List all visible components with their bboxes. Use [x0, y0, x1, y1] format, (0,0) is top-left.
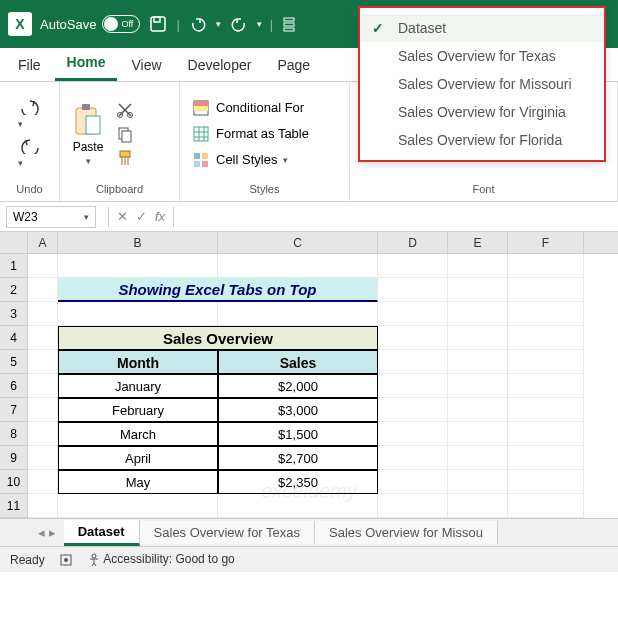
spreadsheet-grid[interactable]: A B C D E F 1 2Showing Excel Tabs on Top… [0, 232, 618, 518]
row-header[interactable]: 4 [0, 326, 28, 350]
row-header[interactable]: 7 [0, 398, 28, 422]
dropdown-item[interactable]: Dataset [360, 14, 604, 42]
table-cell[interactable]: May [58, 470, 218, 494]
format-painter-icon[interactable] [116, 149, 134, 167]
table-cell[interactable]: February [58, 398, 218, 422]
qat-separator: | [270, 17, 273, 32]
svg-rect-15 [194, 106, 208, 111]
table-cell[interactable]: $2,000 [218, 374, 378, 398]
row-header[interactable]: 9 [0, 446, 28, 470]
cell-styles-button[interactable]: Cell Styles▾ [188, 149, 292, 171]
dropdown-item[interactable]: Sales Overview for Texas [360, 42, 604, 70]
col-header[interactable]: A [28, 232, 58, 253]
svg-rect-16 [194, 127, 208, 141]
svg-rect-20 [202, 161, 208, 167]
group-label-font: Font [358, 181, 609, 197]
svg-point-27 [92, 554, 96, 558]
formula-bar[interactable]: ✕ ✓ fx [102, 207, 618, 227]
toggle-knob [104, 17, 118, 31]
macro-record-icon[interactable] [59, 553, 73, 567]
sheet-tab[interactable]: Sales Overview for Missou [315, 521, 498, 544]
svg-rect-7 [86, 116, 100, 134]
undo-icon[interactable] [188, 14, 208, 34]
svg-rect-14 [194, 101, 208, 106]
dropdown-item[interactable]: Sales Overview for Virginia [360, 98, 604, 126]
table-cell[interactable]: March [58, 422, 218, 446]
sheets-dropdown: Dataset Sales Overview for Texas Sales O… [358, 6, 606, 162]
svg-rect-19 [194, 161, 200, 167]
cond-fmt-label: Conditional For [216, 100, 304, 115]
table-header[interactable]: Sales [218, 350, 378, 374]
row-header[interactable]: 11 [0, 494, 28, 518]
svg-rect-11 [122, 131, 131, 142]
chevron-down-icon[interactable]: ▾ [84, 212, 89, 222]
chevron-down-icon[interactable]: ▾ [86, 156, 91, 166]
sheet-title[interactable]: Showing Excel Tabs on Top [58, 278, 378, 302]
dropdown-item[interactable]: Sales Overview for Missouri [360, 70, 604, 98]
tab-page[interactable]: Page [265, 49, 322, 81]
row-header[interactable]: 5 [0, 350, 28, 374]
chevron-down-icon[interactable]: ▾ [216, 19, 221, 29]
row-header[interactable]: 3 [0, 302, 28, 326]
ribbon-group-styles: Conditional For Format as Table Cell Sty… [180, 82, 350, 201]
table-cell[interactable]: April [58, 446, 218, 470]
chevron-down-icon[interactable]: ▾ [257, 19, 262, 29]
table-header[interactable]: Month [58, 350, 218, 374]
toggle-state: Off [121, 19, 133, 29]
ribbon-group-clipboard: Paste ▾ Clipboard [60, 82, 180, 201]
redo-button[interactable]: ▾ [18, 138, 42, 169]
table-title[interactable]: Sales Overview [58, 326, 378, 350]
row-header[interactable]: 6 [0, 374, 28, 398]
tab-file[interactable]: File [6, 49, 53, 81]
sheet-tab-dataset[interactable]: Dataset [64, 520, 140, 546]
paste-button[interactable]: Paste ▾ [68, 98, 108, 170]
paste-label: Paste [73, 140, 104, 154]
sheet-tab[interactable]: Sales Overview for Texas [140, 521, 315, 544]
col-header[interactable]: E [448, 232, 508, 253]
dropdown-item[interactable]: Sales Overview for Florida [360, 126, 604, 154]
accessibility-status[interactable]: Accessibility: Good to go [87, 552, 235, 567]
format-as-table-button[interactable]: Format as Table [188, 123, 313, 145]
name-box[interactable]: W23 ▾ [6, 206, 96, 228]
conditional-formatting-button[interactable]: Conditional For [188, 97, 308, 119]
col-header[interactable]: F [508, 232, 584, 253]
col-header[interactable]: C [218, 232, 378, 253]
svg-rect-18 [202, 153, 208, 159]
svg-rect-12 [120, 151, 130, 157]
fmt-table-label: Format as Table [216, 126, 309, 141]
row-header[interactable]: 1 [0, 254, 28, 278]
sheets-list-icon[interactable] [281, 14, 301, 34]
redo-icon[interactable] [229, 14, 249, 34]
fx-label: fx [155, 209, 165, 224]
col-header[interactable]: D [378, 232, 448, 253]
tab-view[interactable]: View [119, 49, 173, 81]
table-cell[interactable]: $2,700 [218, 446, 378, 470]
tab-developer[interactable]: Developer [176, 49, 264, 81]
table-cell[interactable]: $1,500 [218, 422, 378, 446]
autosave-control[interactable]: AutoSave Off [40, 15, 140, 33]
cancel-icon[interactable]: ✕ [117, 209, 128, 224]
table-cell[interactable]: $2,350 [218, 470, 378, 494]
copy-icon[interactable] [116, 125, 134, 143]
group-label-clipboard: Clipboard [68, 181, 171, 197]
sheet-nav-arrows[interactable]: ◂ ▸ [30, 525, 64, 540]
svg-rect-0 [151, 17, 165, 31]
column-headers: A B C D E F [0, 232, 618, 254]
autosave-toggle[interactable]: Off [102, 15, 140, 33]
save-icon[interactable] [148, 14, 168, 34]
undo-button[interactable]: ▾ [18, 99, 42, 130]
cut-icon[interactable] [116, 101, 134, 119]
row-header[interactable]: 8 [0, 422, 28, 446]
col-header[interactable]: B [58, 232, 218, 253]
tab-home[interactable]: Home [55, 46, 118, 81]
table-cell[interactable]: January [58, 374, 218, 398]
accessibility-label: Accessibility: Good to go [103, 552, 234, 566]
svg-rect-6 [82, 104, 90, 110]
row-header[interactable]: 2 [0, 278, 28, 302]
table-cell[interactable]: $3,000 [218, 398, 378, 422]
select-all-corner[interactable] [0, 232, 28, 253]
ribbon-group-undo: ▾ ▾ Undo [0, 82, 60, 201]
row-header[interactable]: 10 [0, 470, 28, 494]
svg-rect-17 [194, 153, 200, 159]
enter-icon[interactable]: ✓ [136, 209, 147, 224]
